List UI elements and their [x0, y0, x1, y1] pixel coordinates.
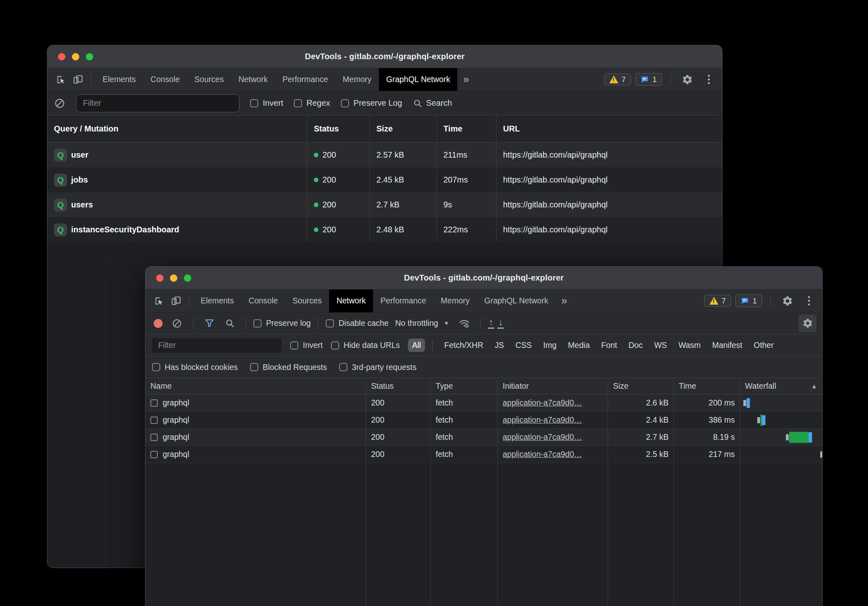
tab-network[interactable]: Network [231, 68, 275, 91]
tab-elements[interactable]: Elements [193, 290, 241, 312]
issues-badge[interactable]: 1 [635, 73, 662, 86]
settings-gear-button[interactable] [679, 71, 696, 88]
table-row[interactable]: Qjobs2002.45 kB207mshttps://gitlab.com/a… [47, 167, 722, 192]
inspect-element-button[interactable] [52, 71, 69, 88]
invert-checkbox[interactable]: Invert [290, 341, 323, 350]
request-name-cell[interactable]: Qusers [47, 192, 307, 217]
search-icon[interactable] [221, 315, 238, 332]
tab-sources[interactable]: Sources [187, 68, 231, 91]
network-conditions-icon[interactable] [456, 315, 473, 332]
table-row[interactable]: graphql200fetchapplication-a7ca9d0…2.5 k… [145, 446, 822, 463]
checkbox[interactable] [326, 319, 334, 328]
column-header-query-mutation[interactable]: Query / Mutation [47, 116, 307, 142]
type-filter-wasm[interactable]: Wasm [674, 339, 705, 352]
zoom-button[interactable] [86, 53, 93, 60]
tab-performance[interactable]: Performance [373, 290, 434, 312]
type-filter-manifest[interactable]: Manifest [708, 339, 747, 352]
hide-data-urls-checkbox[interactable]: Hide data URLs [331, 341, 400, 350]
preserve-log-checkbox[interactable]: Preserve log [253, 319, 311, 328]
tab-memory[interactable]: Memory [434, 290, 477, 312]
clear-icon[interactable] [168, 315, 186, 332]
preserve-log-checkbox[interactable]: Preserve Log [341, 98, 402, 108]
has-blocked-cookies-checkbox[interactable]: Has blocked cookies [152, 363, 238, 372]
request-name-cell[interactable]: Qjobs [47, 167, 307, 192]
table-row[interactable]: graphql200fetchapplication-a7ca9d0…2.7 k… [145, 429, 822, 446]
table-row[interactable]: Qusers2002.7 kB9shttps://gitlab.com/api/… [47, 192, 722, 217]
close-button[interactable] [156, 274, 163, 282]
record-button[interactable] [154, 319, 163, 328]
inspect-element-button[interactable] [150, 292, 168, 310]
block-icon[interactable] [54, 98, 65, 109]
row-checkbox[interactable] [150, 399, 158, 407]
column-header-size[interactable]: Size [370, 116, 437, 142]
column-header-status[interactable]: Status [307, 116, 370, 142]
throttling-dropdown[interactable]: No throttling ▼ [392, 319, 452, 328]
type-filter-doc[interactable]: Doc [624, 339, 647, 352]
invert-checkbox[interactable]: Invert [250, 98, 283, 108]
column-header-size[interactable]: Size [608, 378, 674, 394]
minimize-button[interactable] [170, 274, 177, 282]
checkbox[interactable] [339, 363, 347, 371]
column-header-url[interactable]: URL [497, 116, 722, 142]
table-row[interactable]: graphql200fetchapplication-a7ca9d0…2.6 k… [145, 394, 822, 412]
request-name-cell[interactable]: graphql [145, 412, 366, 428]
request-name-cell[interactable]: graphql [145, 394, 366, 411]
close-button[interactable] [58, 53, 65, 60]
type-filter-media[interactable]: Media [564, 339, 594, 352]
filter-funnel-icon[interactable] [201, 315, 218, 332]
settings-gear-button[interactable] [779, 292, 796, 310]
device-toolbar-button[interactable] [69, 71, 87, 88]
filter-input[interactable] [151, 338, 282, 353]
issues-badge[interactable]: 1 [735, 294, 762, 307]
column-header-name[interactable]: Name [145, 378, 366, 394]
disable-cache-checkbox[interactable]: Disable cache [326, 319, 388, 328]
checkbox[interactable] [331, 341, 339, 350]
regex-checkbox[interactable]: Regex [294, 98, 330, 108]
type-filter-fetch-xhr[interactable]: Fetch/XHR [440, 339, 487, 352]
request-name-cell[interactable]: graphql [145, 429, 366, 446]
type-filter-css[interactable]: CSS [511, 339, 536, 352]
more-tabs-button[interactable]: » [555, 294, 573, 307]
tab-graphql-network[interactable]: GraphQL Network [379, 68, 457, 91]
row-checkbox[interactable] [150, 417, 158, 424]
warnings-badge[interactable]: 7 [604, 74, 631, 85]
request-name-cell[interactable]: graphql [145, 446, 366, 463]
more-tabs-button[interactable]: » [457, 73, 474, 86]
zoom-button[interactable] [184, 274, 191, 282]
checkbox[interactable] [290, 341, 298, 350]
checkbox[interactable] [250, 99, 258, 107]
network-settings-button[interactable] [799, 314, 817, 332]
export-har-icon[interactable]: ↓ [497, 318, 504, 329]
waterfall-cell[interactable] [740, 429, 822, 446]
device-toolbar-button[interactable] [168, 292, 185, 310]
titlebar[interactable]: DevTools - gitlab.com/-/graphql-explorer [145, 267, 822, 290]
filter-input[interactable] [76, 94, 239, 112]
column-header-type[interactable]: Type [431, 378, 498, 394]
tab-elements[interactable]: Elements [95, 68, 143, 91]
checkbox[interactable] [253, 319, 262, 328]
blocked-requests-checkbox[interactable]: Blocked Requests [250, 363, 327, 372]
column-header-time[interactable]: Time [674, 378, 740, 394]
3rd-party-requests-checkbox[interactable]: 3rd-party requests [339, 363, 416, 372]
search-control[interactable]: Search [413, 98, 452, 108]
table-row[interactable]: graphql200fetchapplication-a7ca9d0…2.4 k… [145, 412, 822, 429]
type-filter-js[interactable]: JS [490, 339, 508, 352]
type-filter-font[interactable]: Font [597, 339, 621, 352]
checkbox[interactable] [250, 363, 258, 371]
checkbox[interactable] [341, 99, 349, 107]
tab-performance[interactable]: Performance [275, 68, 336, 91]
type-filter-all[interactable]: All [408, 339, 425, 352]
tab-network[interactable]: Network [329, 290, 373, 312]
request-name-cell[interactable]: Quser [47, 143, 307, 167]
waterfall-cell[interactable] [740, 412, 822, 428]
column-header-status[interactable]: Status [366, 378, 431, 394]
type-filter-other[interactable]: Other [749, 339, 778, 352]
waterfall-cell[interactable] [740, 446, 822, 463]
kebab-menu-button[interactable] [700, 71, 717, 88]
checkbox[interactable] [294, 99, 302, 107]
column-header-initiator[interactable]: Initiator [498, 378, 608, 394]
type-filter-ws[interactable]: WS [650, 339, 671, 352]
initiator-link[interactable]: application-a7ca9d0… [503, 432, 582, 442]
type-filter-img[interactable]: Img [539, 339, 561, 352]
row-checkbox[interactable] [150, 451, 158, 458]
